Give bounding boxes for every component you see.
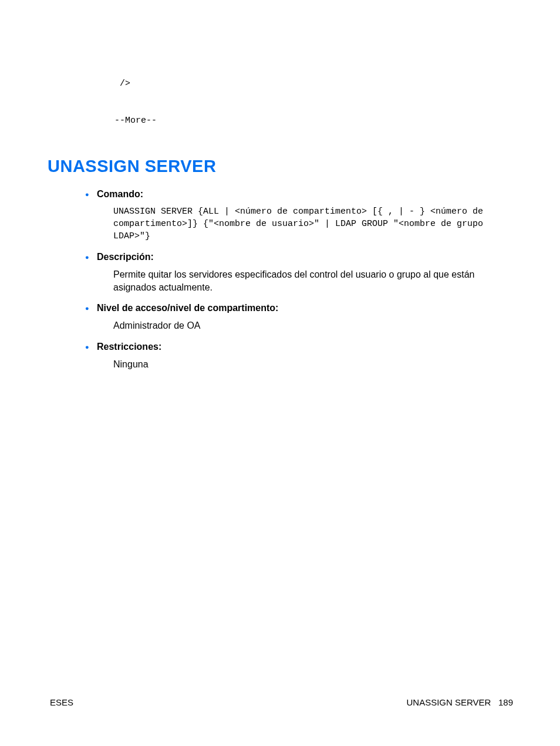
list-item-descripcion: Descripción: Permite quitar los servidor… — [97, 252, 513, 293]
item-text: Permite quitar los servidores especifica… — [97, 268, 513, 293]
item-text: Ninguna — [97, 358, 513, 371]
list-item-comando: Comando: UNASSIGN SERVER {ALL | <número … — [97, 189, 513, 242]
list-item-nivel: Nivel de acceso/nivel de compartimento: … — [97, 303, 513, 332]
item-label: Nivel de acceso/nivel de compartimento: — [97, 303, 513, 313]
section-list: Comando: UNASSIGN SERVER {ALL | <número … — [50, 189, 513, 370]
preamble-line-1: /> — [114, 77, 513, 90]
item-label: Restricciones: — [97, 342, 513, 352]
section-heading: UNASSIGN SERVER — [48, 157, 513, 176]
item-text: Administrador de OA — [97, 319, 513, 332]
page-footer: ESES UNASSIGN SERVER 189 — [50, 697, 513, 707]
footer-right: UNASSIGN SERVER 189 — [407, 697, 513, 707]
item-code: UNASSIGN SERVER {ALL | <número de compar… — [97, 205, 513, 242]
item-label: Descripción: — [97, 252, 513, 262]
list-item-restricciones: Restricciones: Ninguna — [97, 342, 513, 371]
item-label: Comando: — [97, 189, 513, 200]
preamble-line-2: --More-- — [114, 114, 513, 127]
preamble-code-block: /> --More-- — [50, 53, 513, 139]
footer-left: ESES — [50, 697, 73, 707]
